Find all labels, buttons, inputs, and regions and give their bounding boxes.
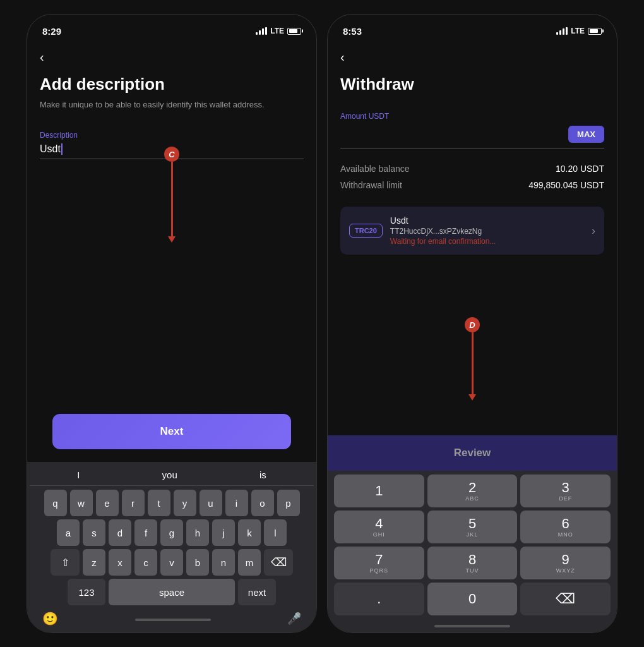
signal-icon-2	[556, 27, 568, 35]
back-button-1[interactable]: ‹	[27, 42, 316, 72]
keyboard-1: I you is q w e r t y u i o p a s d f	[27, 462, 316, 632]
key-row-1: q w e r t y u i o p	[30, 490, 314, 516]
keyboard-suggestions: I you is	[30, 466, 314, 486]
trc20-badge: TRC20	[349, 224, 383, 238]
key-o[interactable]: o	[251, 490, 274, 516]
available-label: Available balance	[340, 164, 410, 174]
limit-label: Withdrawal limit	[340, 180, 402, 190]
wallet-info: Usdt TT2HuccDjX...sxPZvkezNg Waiting for…	[390, 215, 584, 246]
back-button-2[interactable]: ‹	[328, 42, 617, 72]
space-key[interactable]: space	[109, 579, 235, 605]
num-key-5[interactable]: 5 JKL	[427, 511, 518, 543]
amount-input[interactable]	[340, 129, 568, 140]
key-p[interactable]: p	[277, 490, 300, 516]
key-f[interactable]: f	[134, 519, 157, 546]
num-key-4[interactable]: 4 GHI	[334, 511, 424, 543]
num-key-dot[interactable]: .	[334, 583, 424, 615]
key-v[interactable]: v	[160, 549, 183, 576]
lte-label-1: LTE	[270, 27, 284, 35]
key-l[interactable]: l	[264, 519, 287, 546]
status-icons-1: LTE	[256, 27, 301, 35]
key-w[interactable]: w	[70, 490, 93, 516]
key-123[interactable]: 123	[68, 579, 105, 605]
wallet-address: TT2HuccDjX...sxPZvkezNg	[390, 227, 584, 236]
num-key-2[interactable]: 2 ABC	[427, 475, 518, 507]
key-m[interactable]: m	[238, 549, 261, 576]
wallet-name: Usdt	[390, 215, 584, 226]
review-button[interactable]: Review	[328, 435, 617, 471]
suggestion-i[interactable]: I	[77, 469, 80, 480]
phone-2-wrapper: 8:53 LTE ‹ Withdraw Amount USDT	[327, 14, 617, 633]
emoji-key[interactable]: 🙂	[42, 611, 58, 626]
page-subtitle-1: Make it unique to be able to easily iden…	[40, 99, 304, 111]
text-cursor	[61, 143, 63, 155]
phone-1: 8:29 LTE ‹ Add description Make it uniqu…	[27, 14, 317, 633]
num-key-0[interactable]: 0	[427, 583, 518, 615]
next-btn-container: Next	[27, 414, 316, 462]
key-t[interactable]: t	[148, 490, 170, 516]
home-indicator-2	[434, 625, 510, 627]
key-i[interactable]: i	[225, 490, 248, 516]
key-c[interactable]: c	[134, 549, 157, 576]
key-d[interactable]: d	[109, 519, 131, 546]
num-key-1[interactable]: 1	[334, 475, 424, 507]
numeric-keyboard: 1 2 ABC 3 DEF 4 GHI 5 J	[328, 471, 617, 632]
amount-row: MAX	[340, 126, 604, 148]
lte-label-2: LTE	[571, 27, 585, 35]
description-label: Description	[40, 131, 304, 140]
page-header-1: Add description Make it unique to be abl…	[27, 72, 316, 118]
status-icons-2: LTE	[556, 27, 602, 35]
key-a[interactable]: a	[57, 519, 80, 546]
wallet-status: Waiting for email confirmation...	[390, 237, 584, 246]
mic-key[interactable]: 🎤	[287, 612, 301, 626]
status-time-2: 8:53	[343, 26, 362, 37]
withdrawal-limit-row: Withdrawal limit 499,850.045 USDT	[340, 180, 604, 190]
status-bar-2: 8:53 LTE	[328, 15, 617, 42]
key-j[interactable]: j	[212, 519, 235, 546]
phone-2: 8:53 LTE ‹ Withdraw Amount USDT	[327, 14, 617, 633]
num-delete-key[interactable]: ⌫	[520, 583, 611, 615]
num-key-9[interactable]: 9 WXYZ	[520, 547, 611, 579]
signal-icon-1	[256, 27, 267, 35]
delete-key[interactable]: ⌫	[264, 549, 293, 576]
phone-1-wrapper: 8:29 LTE ‹ Add description Make it uniqu…	[27, 14, 317, 633]
description-input-section: Description Usdt	[27, 118, 316, 159]
key-b[interactable]: b	[186, 549, 209, 576]
key-g[interactable]: g	[160, 519, 183, 546]
key-row-3: ⇧ z x c v b n m ⌫	[30, 549, 314, 576]
key-next[interactable]: next	[238, 579, 276, 605]
available-value: 10.20 USDT	[556, 164, 604, 174]
key-h[interactable]: h	[186, 519, 209, 546]
key-r[interactable]: r	[122, 490, 145, 516]
key-u[interactable]: u	[200, 490, 222, 516]
key-q[interactable]: q	[44, 490, 67, 516]
suggestion-is[interactable]: is	[259, 469, 266, 480]
shift-key[interactable]: ⇧	[51, 549, 80, 576]
wallet-card[interactable]: TRC20 Usdt TT2HuccDjX...sxPZvkezNg Waiti…	[340, 207, 604, 255]
page-title-1: Add description	[40, 75, 304, 94]
num-key-8[interactable]: 8 TUV	[427, 547, 518, 579]
max-button[interactable]: MAX	[568, 126, 604, 143]
num-key-6[interactable]: 6 MNO	[520, 511, 611, 543]
key-row-4: 123 space next	[30, 579, 314, 605]
key-x[interactable]: x	[109, 549, 131, 576]
key-z[interactable]: z	[83, 549, 105, 576]
next-button[interactable]: Next	[52, 414, 291, 449]
num-row-4: . 0 ⌫	[330, 583, 614, 615]
page-title-2: Withdraw	[340, 75, 604, 94]
key-y[interactable]: y	[174, 490, 196, 516]
balance-section: Available balance 10.20 USDT Withdrawal …	[328, 154, 617, 207]
suggestion-you[interactable]: you	[162, 469, 177, 480]
description-field-row[interactable]: Usdt	[40, 143, 304, 159]
key-n[interactable]: n	[212, 549, 235, 576]
status-bar-1: 8:29 LTE	[27, 15, 316, 42]
key-k[interactable]: k	[238, 519, 261, 546]
chevron-right-icon: ›	[592, 224, 595, 238]
key-e[interactable]: e	[96, 490, 119, 516]
page-header-2: Withdraw	[328, 72, 617, 107]
num-key-3[interactable]: 3 DEF	[520, 475, 611, 507]
amount-label: Amount USDT	[340, 112, 604, 121]
num-key-7[interactable]: 7 PQRS	[334, 547, 424, 579]
key-s[interactable]: s	[83, 519, 105, 546]
available-balance-row: Available balance 10.20 USDT	[340, 164, 604, 174]
